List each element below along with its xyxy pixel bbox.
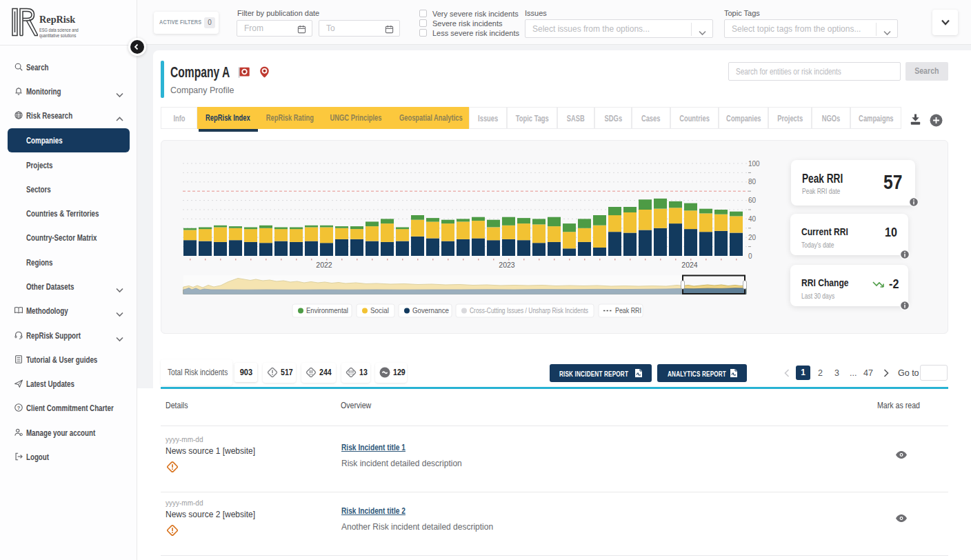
svg-text:2023: 2023 [499,261,515,269]
svg-text:Governance: Governance [412,306,449,314]
svg-text:Cross-Cutting Issues / Unsharp: Cross-Cutting Issues / Unsharp Risk Inci… [470,306,588,314]
svg-text:0: 0 [748,252,752,260]
svg-text:60: 60 [748,197,757,204]
svg-text:2024: 2024 [681,261,698,269]
svg-text:40: 40 [748,215,757,223]
svg-text:Social: Social [370,306,389,314]
svg-text:20: 20 [748,234,757,241]
svg-text:100: 100 [748,160,760,168]
svg-text:?: ? [17,405,21,411]
svg-text:Environmental: Environmental [306,306,348,314]
svg-text:2022: 2022 [316,261,332,269]
svg-text:80: 80 [748,178,757,186]
svg-text:Peak RRI: Peak RRI [615,306,641,314]
